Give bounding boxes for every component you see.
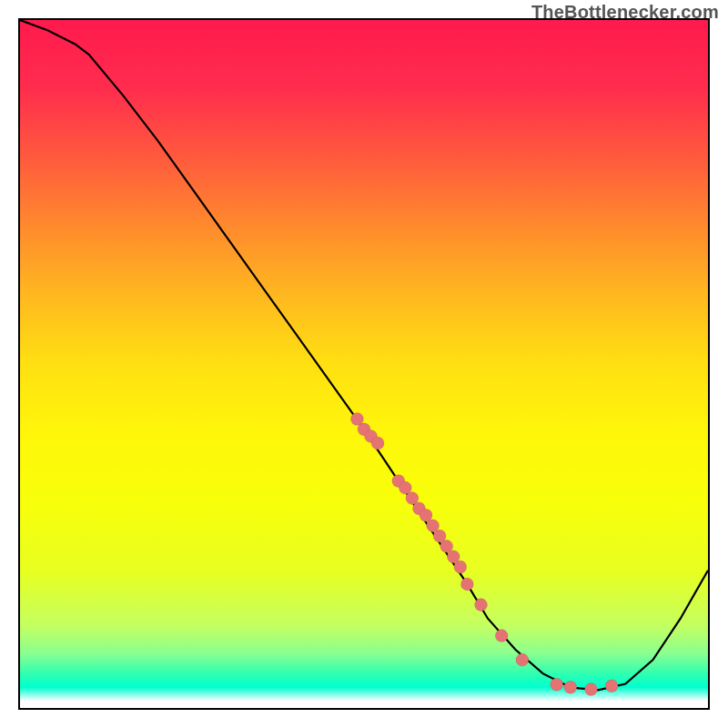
sample-dot [605, 680, 618, 693]
chart-svg [20, 20, 708, 708]
sample-dot [584, 683, 597, 696]
sample-dot [454, 561, 467, 573]
sample-markers [350, 412, 618, 695]
sample-dot [516, 653, 529, 666]
sample-dot [551, 678, 563, 691]
sample-dot [564, 681, 577, 693]
sample-dot [475, 599, 488, 612]
plot-area [18, 18, 710, 710]
sample-dot [495, 630, 508, 642]
sample-dot [371, 437, 384, 450]
chart-container: TheBottlenecker.com [0, 0, 728, 728]
bottleneck-curve [20, 20, 708, 690]
sample-dot [460, 578, 473, 591]
